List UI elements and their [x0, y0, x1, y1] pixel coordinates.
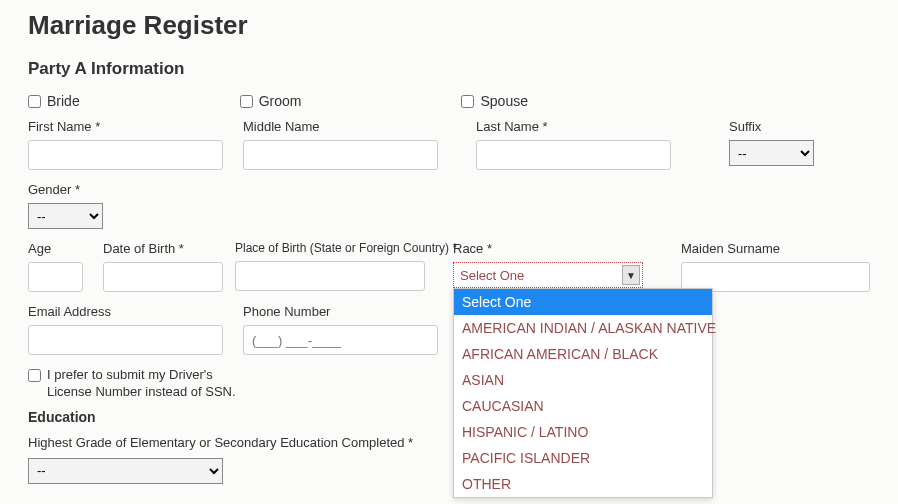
- chevron-down-icon[interactable]: ▼: [622, 265, 640, 285]
- suffix-label: Suffix: [729, 119, 814, 134]
- race-selected-value: Select One: [460, 268, 524, 283]
- middle-name-label: Middle Name: [243, 119, 438, 134]
- gender-select[interactable]: --: [28, 203, 103, 229]
- age-input[interactable]: [28, 262, 83, 292]
- race-option[interactable]: OTHER: [454, 471, 712, 497]
- email-input[interactable]: [28, 325, 223, 355]
- bride-checkbox-group: Bride: [28, 93, 80, 109]
- race-dropdown: Select One AMERICAN INDIAN / ALASKAN NAT…: [453, 288, 713, 498]
- middle-name-input[interactable]: [243, 140, 438, 170]
- spouse-label: Spouse: [480, 93, 527, 109]
- page-title: Marriage Register: [28, 10, 870, 41]
- party-type-row: Bride Groom Spouse: [28, 93, 870, 109]
- dl-preference-row: I prefer to submit my Driver's License N…: [28, 367, 870, 401]
- race-option[interactable]: HISPANIC / LATINO: [454, 419, 712, 445]
- dl-preference-checkbox[interactable]: [28, 369, 41, 382]
- pob-label: Place of Birth (State or Foreign Country…: [235, 241, 445, 255]
- maiden-label: Maiden Surname: [681, 241, 870, 256]
- race-label: Race *: [453, 241, 643, 256]
- race-option[interactable]: ASIAN: [454, 367, 712, 393]
- race-option[interactable]: PACIFIC ISLANDER: [454, 445, 712, 471]
- age-label: Age: [28, 241, 83, 256]
- gender-label: Gender *: [28, 182, 103, 197]
- race-option[interactable]: AMERICAN INDIAN / ALASKAN NATIVE: [454, 315, 712, 341]
- education-section-label: Education: [28, 409, 870, 425]
- dl-preference-label: I prefer to submit my Driver's License N…: [47, 367, 236, 401]
- bride-label: Bride: [47, 93, 80, 109]
- groom-checkbox[interactable]: [240, 95, 253, 108]
- spouse-checkbox-group: Spouse: [461, 93, 527, 109]
- race-display[interactable]: Select One ▼: [453, 262, 643, 288]
- bride-checkbox[interactable]: [28, 95, 41, 108]
- race-option[interactable]: AFRICAN AMERICAN / BLACK: [454, 341, 712, 367]
- groom-label: Groom: [259, 93, 302, 109]
- phone-input[interactable]: [243, 325, 438, 355]
- phone-label: Phone Number: [243, 304, 438, 319]
- last-name-input[interactable]: [476, 140, 671, 170]
- section-title: Party A Information: [28, 59, 870, 79]
- race-option[interactable]: Select One: [454, 289, 712, 315]
- groom-checkbox-group: Groom: [240, 93, 302, 109]
- first-name-input[interactable]: [28, 140, 223, 170]
- email-label: Email Address: [28, 304, 223, 319]
- race-combobox[interactable]: Select One ▼ Select One AMERICAN INDIAN …: [453, 262, 643, 288]
- last-name-label: Last Name *: [476, 119, 671, 134]
- suffix-select[interactable]: --: [729, 140, 814, 166]
- first-name-label: First Name *: [28, 119, 223, 134]
- education-select[interactable]: --: [28, 458, 223, 484]
- race-option[interactable]: CAUCASIAN: [454, 393, 712, 419]
- dob-input[interactable]: [103, 262, 223, 292]
- dob-label: Date of Birth *: [103, 241, 223, 256]
- spouse-checkbox[interactable]: [461, 95, 474, 108]
- education-caption: Highest Grade of Elementary or Secondary…: [28, 435, 870, 450]
- pob-input[interactable]: [235, 261, 425, 291]
